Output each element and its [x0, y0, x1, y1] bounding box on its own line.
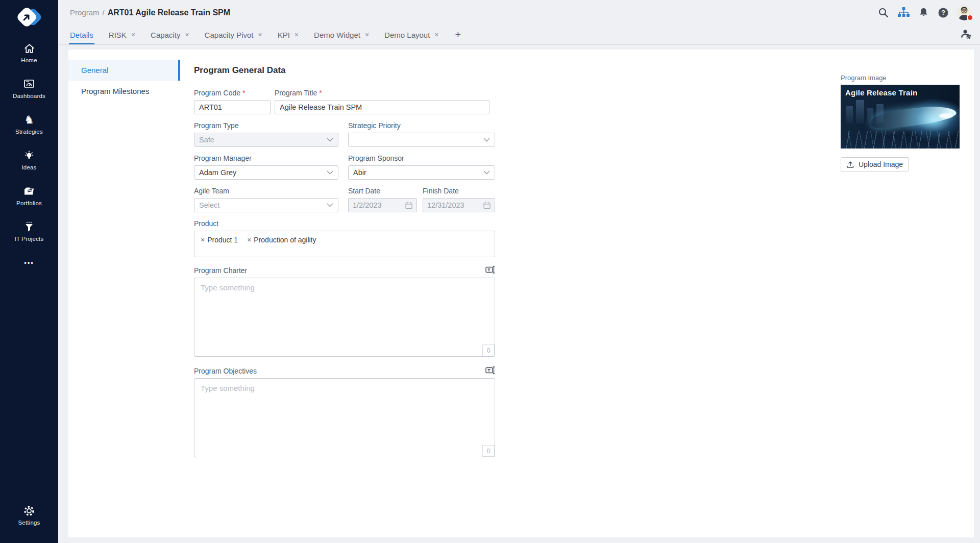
chevron-down-icon [327, 203, 333, 207]
active-indicator [178, 60, 180, 81]
agile-team-select[interactable]: Select [194, 198, 338, 212]
it-projects-funnel-icon [23, 220, 35, 234]
program-code-input[interactable] [194, 100, 271, 114]
tab-demo-layout[interactable]: Demo Layout × [383, 25, 439, 44]
settings-gear-icon [23, 504, 35, 517]
program-image-panel: Program Image Agile Release Train Upload… [841, 74, 960, 171]
product-multiselect[interactable]: × Product 1 × Production of agility [194, 231, 495, 257]
sidebar-item-strategies[interactable]: ♞ Strategies [0, 113, 58, 149]
search-icon[interactable] [877, 6, 890, 19]
sidebar-item-dashboards[interactable]: Dashboards [0, 78, 58, 113]
page: Home Dashboards ♞ Strategies Ideas [0, 0, 980, 543]
program-manager-select[interactable]: Adam Grey [194, 165, 338, 180]
select-value: Safe [199, 136, 327, 144]
required-asterisk: * [242, 89, 245, 97]
sidebar-item-label: Dashboards [13, 93, 45, 99]
tab-kpi[interactable]: KPI × [277, 25, 300, 44]
chevron-down-icon [483, 170, 490, 175]
chip-remove-icon[interactable]: × [247, 236, 251, 243]
rich-text-editor-icon[interactable] [485, 366, 495, 376]
top-bar: Program / ART01 Agile Release Train SPM … [58, 0, 980, 25]
program-sponsor-select[interactable]: Abir [348, 165, 495, 180]
tab-bar: Details RISK × Capacity × Capacity Pivot… [58, 25, 980, 45]
section-nav-program-milestones[interactable]: Program Milestones [68, 81, 180, 102]
tab-demo-widget[interactable]: Demo Widget × [313, 25, 370, 44]
add-tab-button[interactable]: + [453, 25, 463, 44]
logo-arrow-icon [21, 12, 32, 22]
tab-close-icon[interactable]: × [258, 31, 262, 38]
top-actions: ? [877, 5, 972, 20]
tab-close-icon[interactable]: × [365, 31, 369, 38]
select-value: Abir [353, 168, 483, 177]
tab-label: KPI [278, 31, 290, 39]
org-chart-icon[interactable] [897, 6, 910, 19]
image-train-nose-art [939, 113, 952, 118]
sidebar-item-it-projects[interactable]: IT Projects [0, 220, 58, 256]
sidebar-more-icon[interactable]: ••• [24, 259, 34, 267]
home-icon [23, 42, 35, 55]
rich-text-editor-icon[interactable] [485, 266, 495, 276]
strategies-knight-icon: ♞ [24, 113, 34, 127]
form-row: Program Manager Adam Grey Program Sponso… [194, 147, 495, 180]
section-nav-general[interactable]: General [68, 60, 180, 81]
chip-label: Production of agility [254, 236, 316, 244]
breadcrumb-section[interactable]: Program [70, 8, 100, 17]
form-row: Agile Team Select Start Date 1/2/2023 Fi… [194, 180, 495, 212]
finish-date-label: Finish Date [423, 187, 495, 195]
breadcrumb-title: ART01 Agile Release Train SPM [108, 8, 230, 17]
program-type-select[interactable]: Safe [194, 133, 338, 147]
chip-label: Product 1 [207, 236, 238, 244]
program-code-label: Program Code* [194, 89, 271, 97]
program-title-input[interactable] [275, 100, 489, 114]
program-charter-textarea[interactable] [194, 278, 495, 357]
start-date-input[interactable]: 1/2/2023 [348, 198, 417, 212]
app-logo[interactable] [14, 5, 44, 31]
help-icon[interactable]: ? [937, 6, 950, 19]
char-count-badge: 0 [482, 344, 495, 356]
required-asterisk: * [319, 89, 322, 97]
tab-capacity-pivot[interactable]: Capacity Pivot × [204, 25, 263, 44]
avatar-status-dot [967, 14, 973, 21]
sidebar-item-label: Ideas [21, 164, 36, 170]
chip-remove-icon[interactable]: × [201, 236, 205, 243]
tab-label: Demo Widget [314, 31, 360, 39]
sidebar-item-label: Strategies [15, 129, 43, 135]
program-general-form: Program General Data Program Code* Progr… [194, 50, 495, 543]
sidebar-item-label: Settings [18, 520, 40, 526]
tab-details[interactable]: Details [69, 25, 94, 44]
sidebar-item-portfolios[interactable]: Portfolios [0, 185, 58, 220]
content-panel: General Program Milestones Program Gener… [68, 50, 974, 537]
program-objectives-header: Program Objectives [194, 359, 495, 378]
tab-label: Capacity [151, 31, 180, 39]
tab-capacity[interactable]: Capacity × [150, 25, 190, 44]
user-settings-icon[interactable] [961, 29, 972, 42]
page-title: Program General Data [194, 65, 495, 76]
user-avatar[interactable] [957, 5, 972, 20]
char-count-badge: 0 [482, 445, 495, 457]
upload-image-label: Upload Image [859, 160, 903, 168]
program-type-label: Program Type [194, 121, 338, 130]
tab-close-icon[interactable]: × [434, 31, 438, 38]
image-tracks-art [841, 131, 960, 149]
sidebar-item-label: IT Projects [15, 236, 44, 242]
notifications-bell-icon[interactable] [917, 6, 930, 19]
tab-risk[interactable]: RISK × [108, 25, 136, 44]
date-value: 1/2/2023 [353, 201, 405, 209]
program-sponsor-label: Program Sponsor [348, 154, 495, 162]
form-row: Program Type Safe Strategic Priority [194, 114, 495, 147]
sidebar-item-ideas[interactable]: Ideas [0, 149, 58, 185]
tab-close-icon[interactable]: × [131, 31, 135, 38]
agile-team-label: Agile Team [194, 187, 338, 195]
tab-close-icon[interactable]: × [295, 31, 299, 38]
program-objectives-textarea[interactable] [194, 378, 495, 457]
sidebar-item-home[interactable]: Home [0, 42, 58, 78]
program-image-label: Program Image [841, 74, 960, 82]
upload-image-button[interactable]: Upload Image [841, 157, 909, 171]
date-value: 12/31/2023 [427, 201, 483, 209]
tab-label: RISK [109, 31, 127, 39]
sidebar-item-label: Home [21, 57, 37, 63]
sidebar-item-settings[interactable]: Settings [0, 504, 58, 540]
strategic-priority-select[interactable] [348, 133, 495, 147]
tab-close-icon[interactable]: × [185, 31, 189, 38]
finish-date-input[interactable]: 12/31/2023 [423, 198, 495, 212]
